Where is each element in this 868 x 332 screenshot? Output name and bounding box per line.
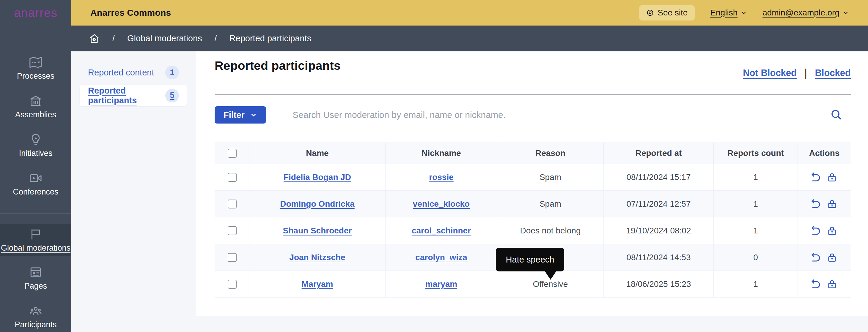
table-row: Domingo Ondricka venice_klocko Spam 07/1… — [215, 191, 851, 218]
row-checkbox[interactable] — [228, 173, 237, 182]
sidebar-item-assemblies[interactable]: Assemblies — [0, 87, 71, 126]
reports-count-cell: 1 — [714, 218, 798, 244]
participant-name-link[interactable]: Fidelia Bogan JD — [284, 172, 351, 182]
sidebar-item-initiatives[interactable]: Initiatives — [0, 126, 71, 165]
column-header-name: Name — [249, 143, 385, 164]
participant-name-link[interactable]: Shaun Schroeder — [283, 226, 352, 235]
search-input[interactable] — [292, 106, 804, 124]
participant-nickname-link[interactable]: carolyn_wiza — [415, 253, 467, 262]
lock-icon — [827, 172, 837, 182]
people-icon — [29, 304, 42, 318]
column-header-actions: Actions — [798, 143, 851, 164]
topbar-actions: See site English admin@example.org — [639, 5, 849, 21]
column-header-reported-at: Reported at — [604, 143, 714, 164]
sidebar-item-participants[interactable]: Participants — [0, 297, 71, 332]
reports-count-cell: 1 — [714, 271, 798, 298]
sidebar-item-global-moderations[interactable]: Global moderations — [0, 224, 71, 256]
see-site-button[interactable]: See site — [639, 5, 695, 21]
tab-not-blocked[interactable]: Not Blocked — [743, 68, 797, 78]
block-user-button[interactable] — [827, 225, 838, 236]
sidebar-item-pages[interactable]: Pages — [0, 259, 71, 297]
row-checkbox[interactable] — [228, 200, 237, 208]
home-link[interactable] — [89, 33, 100, 44]
block-user-button[interactable] — [827, 252, 838, 263]
sidebar-item-processes[interactable]: Processes — [0, 49, 71, 87]
count-badge: 1 — [165, 66, 179, 79]
breadcrumb-separator: / — [112, 34, 115, 43]
arrow-go-back-icon — [811, 252, 821, 263]
unreport-button[interactable] — [811, 198, 822, 210]
participant-name-link[interactable]: Maryam — [302, 279, 333, 289]
arrow-go-back-icon — [811, 199, 821, 209]
participant-name-link[interactable]: Joan Nitzsche — [289, 253, 345, 262]
reason-tooltip-text: Hate speech — [506, 255, 554, 265]
page-icon — [29, 265, 42, 279]
sidebar-nav: Processes Assemblies Initiatives Confere… — [0, 26, 71, 332]
tab-blocked[interactable]: Blocked — [815, 68, 851, 78]
language-menu[interactable]: English — [710, 8, 747, 18]
reason-cell: Spam — [497, 164, 604, 191]
blocked-filter-tabs: Not Blocked | Blocked — [743, 67, 851, 79]
arrow-go-back-icon — [811, 225, 821, 236]
reported-participants-table: Name Nickname Reason Reported at Reports… — [215, 142, 851, 298]
subnav-item-reported-participants[interactable]: Reported participants 5 — [80, 85, 187, 106]
reason-cell: Does not belong — [497, 218, 604, 244]
participant-nickname-link[interactable]: rossie — [429, 172, 454, 182]
reason-tooltip: Hate speech — [496, 248, 564, 271]
lock-icon — [827, 199, 837, 209]
page-title: Reported participants — [215, 59, 341, 73]
brand-logo[interactable]: anarres — [14, 6, 57, 20]
block-user-button[interactable] — [827, 172, 838, 183]
column-header-reports-count: Reports count — [714, 143, 798, 164]
participant-nickname-link[interactable]: maryam — [425, 279, 457, 289]
breadcrumb: / Global moderations / Reported particip… — [71, 26, 868, 52]
subnav-item-reported-content[interactable]: Reported content 1 — [80, 64, 187, 81]
row-checkbox[interactable] — [228, 226, 237, 235]
flag-icon — [29, 228, 42, 241]
chevron-down-icon — [842, 9, 849, 16]
lock-icon — [827, 252, 837, 263]
arrow-go-back-icon — [811, 172, 821, 182]
row-checkbox[interactable] — [228, 253, 237, 262]
participant-nickname-link[interactable]: carol_schinner — [412, 226, 471, 235]
see-site-label: See site — [657, 8, 688, 18]
reported-participants-admin-page: { "brand": { "logo_text": "anarres" }, "… — [0, 0, 868, 332]
unreport-button[interactable] — [811, 252, 822, 263]
select-all-checkbox[interactable] — [228, 149, 237, 158]
live-circle-icon — [646, 9, 654, 16]
filter-label: Filter — [223, 110, 245, 120]
reported-at-cell: 08/11/2024 14:53 — [604, 244, 714, 271]
sidebar-item-conferences[interactable]: Conferences — [0, 165, 71, 203]
reports-count-cell: 0 — [714, 244, 798, 271]
logo-block: anarres — [0, 0, 71, 26]
chevron-down-icon — [741, 9, 747, 16]
row-checkbox[interactable] — [228, 280, 237, 289]
filter-button[interactable]: Filter — [215, 106, 266, 124]
table-row: Fidelia Bogan JD rossie Spam 08/11/2024 … — [215, 164, 851, 191]
participant-nickname-link[interactable]: venice_klocko — [413, 199, 470, 208]
reported-at-cell: 19/10/2024 08:02 — [604, 218, 714, 244]
table-header-row: Name Nickname Reason Reported at Reports… — [215, 143, 851, 164]
table-row: Maryam maryam Offensive 18/06/2025 15:23… — [215, 271, 851, 298]
subnav-label: Reported participants — [88, 86, 165, 105]
main-sidebar: Processes Assemblies Initiatives Confere… — [0, 26, 71, 332]
account-menu[interactable]: admin@example.org — [763, 8, 849, 18]
unreport-button[interactable] — [811, 172, 822, 183]
home-gear-icon — [89, 33, 100, 44]
breadcrumb-global-moderations[interactable]: Global moderations — [127, 34, 202, 43]
unreport-button[interactable] — [811, 278, 822, 290]
tab-separator: | — [804, 67, 807, 79]
sidebar-divider — [0, 213, 71, 213]
unreport-button[interactable] — [811, 225, 822, 236]
count-badge: 5 — [165, 89, 179, 102]
block-user-button[interactable] — [827, 198, 838, 210]
block-user-button[interactable] — [827, 278, 838, 290]
breadcrumb-reported-participants[interactable]: Reported participants — [229, 34, 312, 43]
sidebar-item-label: Assemblies — [15, 110, 56, 120]
search-button[interactable] — [830, 108, 844, 122]
sidebar-item-label: Pages — [24, 281, 47, 291]
chevron-down-icon — [250, 111, 257, 119]
top-bar: Anarres Commons See site English admin@e… — [71, 0, 868, 26]
sidebar-item-label: Processes — [17, 72, 54, 81]
participant-name-link[interactable]: Domingo Ondricka — [280, 199, 354, 208]
